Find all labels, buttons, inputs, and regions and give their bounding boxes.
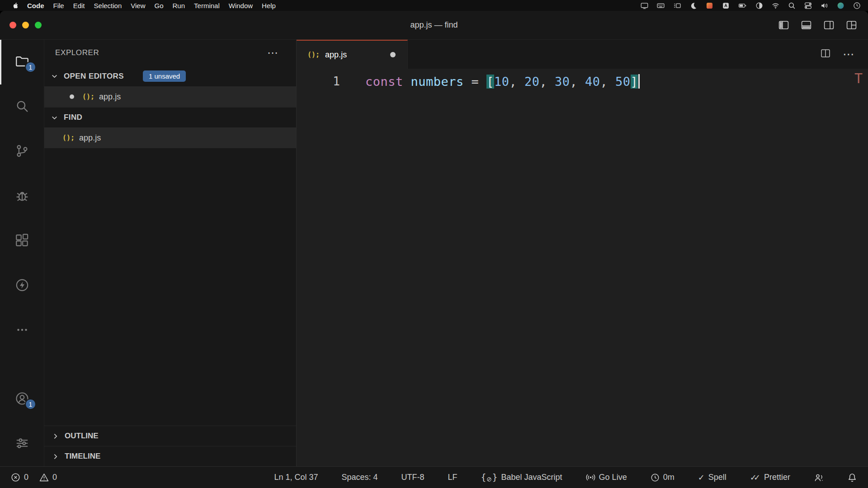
split-editor-icon[interactable] bbox=[820, 48, 831, 61]
launcher-icon[interactable] bbox=[706, 2, 713, 9]
braces-icon: {} bbox=[481, 473, 498, 482]
activity-extensions[interactable] bbox=[0, 219, 44, 263]
lightning-icon bbox=[14, 277, 30, 295]
editor-group: (); app.js ⋯ 1 const numbers = [10, 20, … bbox=[297, 40, 868, 466]
menubar-status-icons bbox=[641, 2, 861, 9]
display-icon[interactable] bbox=[641, 2, 648, 9]
go-live-status[interactable]: Go Live bbox=[586, 473, 627, 482]
volume-icon[interactable] bbox=[821, 2, 828, 9]
tab-modified-dot[interactable] bbox=[390, 52, 396, 57]
code-line-1: 1 const numbers = [10, 20, 30, 40, 50] bbox=[297, 71, 868, 91]
tab-bar: (); app.js ⋯ bbox=[297, 40, 868, 69]
code-editor[interactable]: 1 const numbers = [10, 20, 30, 40, 50] T bbox=[297, 69, 868, 466]
settings-sliders-icon bbox=[14, 436, 30, 453]
open-editor-item-appjs[interactable]: (); app.js bbox=[44, 86, 296, 107]
indentation-status[interactable]: Spaces: 4 bbox=[342, 473, 378, 482]
window-title: app.js — find bbox=[410, 20, 458, 30]
keyboard-icon[interactable] bbox=[657, 2, 665, 9]
tree-item-appjs[interactable]: (); app.js bbox=[44, 127, 296, 148]
activity-thunder-client[interactable] bbox=[0, 263, 44, 308]
menu-window[interactable]: Window bbox=[229, 2, 253, 9]
spotlight-icon[interactable] bbox=[788, 2, 796, 9]
open-editors-header[interactable]: OPEN EDITORS 1 unsaved bbox=[44, 66, 296, 86]
sidebar-bottom-sections: OUTLINE TIMELINE bbox=[44, 426, 296, 466]
layout-controls bbox=[778, 19, 868, 31]
screencast-person-icon[interactable] bbox=[814, 473, 824, 483]
menu-help[interactable]: Help bbox=[262, 2, 276, 9]
outline-section-header[interactable]: OUTLINE bbox=[44, 426, 296, 446]
problems-status[interactable]: 0 0 bbox=[11, 473, 57, 482]
chevron-down-icon bbox=[51, 114, 58, 122]
source-control-icon bbox=[14, 143, 30, 160]
apple-icon[interactable] bbox=[13, 2, 20, 9]
minimize-window-button[interactable] bbox=[22, 22, 29, 28]
activity-run-debug[interactable] bbox=[0, 174, 44, 219]
folder-section-header[interactable]: FIND bbox=[44, 107, 296, 127]
customize-layout-icon[interactable] bbox=[846, 19, 857, 31]
activity-more-views[interactable] bbox=[0, 308, 44, 353]
menu-view[interactable]: View bbox=[131, 2, 145, 9]
code-tokens: const numbers = [10, 20, 30, 40, 50] bbox=[365, 75, 638, 89]
menu-selection[interactable]: Selection bbox=[94, 2, 122, 9]
activity-settings[interactable] bbox=[0, 422, 44, 466]
timeline-section-header[interactable]: TIMELINE bbox=[44, 446, 296, 466]
line-number[interactable]: 1 bbox=[297, 75, 346, 88]
go-live-label: Go Live bbox=[599, 473, 627, 482]
macos-menu-bar: Code File Edit Selection View Go Run Ter… bbox=[0, 0, 868, 11]
spell-label: Spell bbox=[708, 473, 726, 482]
minimap-marker: T bbox=[854, 70, 863, 86]
activity-explorer[interactable]: 1 bbox=[0, 40, 44, 84]
modified-dot bbox=[70, 94, 74, 99]
vscode-window: app.js — find 1 bbox=[0, 11, 868, 488]
stage-manager-icon[interactable] bbox=[673, 2, 681, 9]
chevron-down-icon bbox=[51, 72, 58, 80]
clock-icon bbox=[651, 473, 660, 482]
control-center-icon[interactable] bbox=[804, 2, 812, 9]
open-editor-file-label: app.js bbox=[99, 92, 121, 102]
menu-edit[interactable]: Edit bbox=[73, 2, 85, 9]
js-file-icon: (); bbox=[82, 93, 94, 101]
more-icon bbox=[14, 322, 30, 339]
zoom-window-button[interactable] bbox=[35, 22, 42, 28]
explorer-badge: 1 bbox=[25, 61, 36, 73]
outline-label: OUTLINE bbox=[65, 432, 99, 441]
menu-run[interactable]: Run bbox=[173, 2, 185, 9]
tab-appjs[interactable]: (); app.js bbox=[297, 40, 408, 69]
menu-terminal[interactable]: Terminal bbox=[194, 2, 220, 9]
menu-app-name[interactable]: Code bbox=[27, 2, 44, 9]
timer-status[interactable]: 0m bbox=[651, 473, 675, 482]
toggle-secondary-sidebar-icon[interactable] bbox=[823, 19, 835, 31]
wifi-icon[interactable] bbox=[772, 2, 779, 9]
encoding-status[interactable]: UTF-8 bbox=[401, 473, 425, 482]
moon-icon[interactable] bbox=[689, 2, 697, 9]
timeline-label: TIMELINE bbox=[65, 452, 100, 461]
language-mode-status[interactable]: {} Babel JavaScript bbox=[481, 473, 562, 482]
activity-accounts[interactable]: 1 bbox=[0, 377, 44, 422]
cursor-position-status[interactable]: Ln 1, Col 37 bbox=[274, 473, 318, 482]
code-content[interactable]: const numbers = [10, 20, 30, 40, 50] bbox=[365, 74, 640, 89]
warning-count: 0 bbox=[52, 473, 57, 482]
extensions-icon bbox=[14, 233, 30, 250]
notifications-bell-icon[interactable] bbox=[847, 473, 857, 483]
close-window-button[interactable] bbox=[9, 22, 16, 28]
tree-file-label: app.js bbox=[79, 133, 101, 143]
clock-icon[interactable] bbox=[853, 2, 861, 9]
chevron-right-icon bbox=[52, 453, 59, 460]
eol-status[interactable]: LF bbox=[448, 473, 458, 482]
focus-icon[interactable] bbox=[755, 2, 763, 9]
status-bar: 0 0 Ln 1, Col 37 Spaces: 4 UTF-8 LF {} B… bbox=[0, 466, 868, 488]
folder-name-label: FIND bbox=[64, 113, 82, 122]
error-count: 0 bbox=[24, 473, 28, 482]
prettier-status[interactable]: ✓✓ Prettier bbox=[750, 473, 790, 483]
activity-source-control[interactable] bbox=[0, 129, 44, 174]
input-source-icon[interactable] bbox=[722, 2, 730, 9]
toggle-panel-icon[interactable] bbox=[801, 19, 812, 31]
menu-file[interactable]: File bbox=[53, 2, 64, 9]
activity-search[interactable] bbox=[0, 84, 44, 129]
menu-go[interactable]: Go bbox=[155, 2, 164, 9]
accounts-badge: 1 bbox=[25, 399, 36, 410]
profile-icon[interactable] bbox=[837, 2, 844, 9]
spell-status[interactable]: ✓ Spell bbox=[698, 473, 726, 483]
battery-icon[interactable] bbox=[738, 2, 747, 9]
toggle-primary-sidebar-icon[interactable] bbox=[778, 19, 789, 31]
